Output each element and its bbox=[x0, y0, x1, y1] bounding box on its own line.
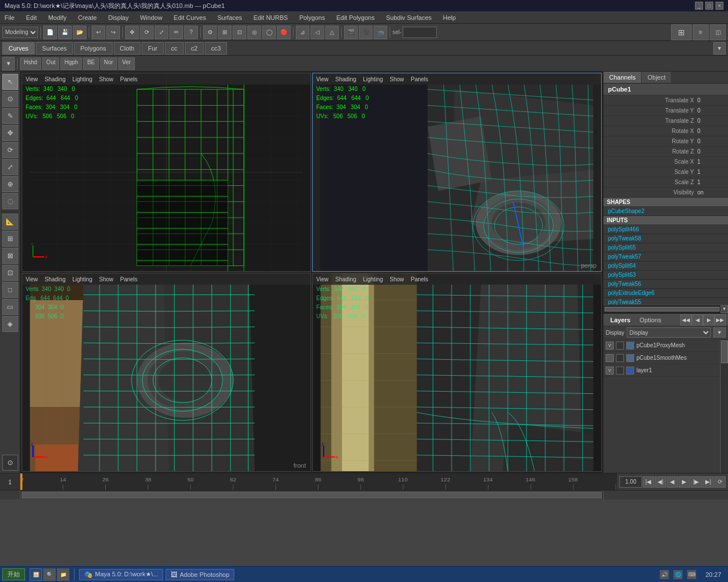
h-scrollbar-thumb[interactable] bbox=[22, 492, 602, 498]
layer-check1-2[interactable] bbox=[616, 354, 624, 362]
tab-cloth[interactable]: Cloth bbox=[114, 42, 141, 55]
channels-scrollbar[interactable]: ▼ bbox=[721, 305, 728, 313]
layer-row-pcube1proxy[interactable]: V pCube1ProxyMesh bbox=[603, 339, 720, 352]
sec-out[interactable]: Out bbox=[42, 57, 59, 70]
vp-tr-lighting[interactable]: Lighting bbox=[363, 76, 383, 82]
universal-tool[interactable]: ⊕ bbox=[2, 176, 18, 192]
tl-go-start[interactable]: |◀ bbox=[643, 476, 654, 488]
tool-btn-9[interactable]: ✏ bbox=[169, 26, 183, 39]
tool-btn-1[interactable]: 📄 bbox=[43, 26, 57, 39]
tool-btn-18[interactable]: ◁ bbox=[311, 26, 324, 39]
input-polytw57[interactable]: polyTweak57 bbox=[603, 252, 728, 261]
menu-edit-curves[interactable]: Edit Curves bbox=[171, 13, 208, 22]
layer-check1-1[interactable] bbox=[616, 342, 624, 350]
sec-dropdown[interactable]: ▼ bbox=[2, 57, 15, 70]
maximize-btn[interactable]: □ bbox=[705, 2, 713, 10]
tool-btn-5[interactable]: ↪ bbox=[106, 26, 120, 39]
layer-row-layer1[interactable]: V layer1 bbox=[603, 364, 720, 377]
sec-hgph[interactable]: Hgph bbox=[60, 57, 82, 70]
input-polytw55[interactable]: polyTweak55 bbox=[603, 298, 728, 305]
menu-window[interactable]: Window bbox=[138, 13, 164, 22]
vp-bl-lighting[interactable]: Lighting bbox=[72, 276, 92, 282]
sec-ver[interactable]: Ver bbox=[118, 57, 135, 70]
viewport-bot-right[interactable]: View Shading Lighting Show Panels Verts:… bbox=[312, 273, 602, 472]
tool-btn-3[interactable]: 📂 bbox=[73, 26, 86, 39]
tab-object[interactable]: Object bbox=[642, 72, 672, 83]
tl-step-back[interactable]: ◀| bbox=[655, 476, 666, 488]
soft-mod-tool[interactable]: ◌ bbox=[2, 193, 18, 209]
menu-help[interactable]: Help bbox=[441, 13, 458, 22]
taskbar-photoshop-app[interactable]: 🖼 Adobe Photoshop bbox=[166, 569, 234, 580]
input-polytw58[interactable]: polyTweak58 bbox=[603, 234, 728, 243]
tool-btn-20[interactable]: 🎬 bbox=[344, 26, 358, 39]
rotate-tool[interactable]: ⟳ bbox=[2, 142, 18, 158]
tab-surfaces[interactable]: Surfaces bbox=[36, 42, 73, 55]
vp-br-shading[interactable]: Shading bbox=[336, 276, 357, 282]
show-manip-tool[interactable]: 📐 bbox=[2, 214, 18, 230]
window-controls[interactable]: _ □ × bbox=[695, 2, 723, 10]
sel-input[interactable] bbox=[403, 27, 437, 38]
layers-nav-right[interactable]: ▶▶ bbox=[714, 314, 726, 326]
tab-curves[interactable]: Curves bbox=[2, 42, 35, 55]
tool-btn-2[interactable]: 💾 bbox=[58, 26, 72, 39]
layer-row-pcube1smooth[interactable]: pCube1SmoothMes bbox=[603, 352, 720, 364]
input-polyextedge6[interactable]: polyExtrudeEdge6 bbox=[603, 289, 728, 298]
menu-edit-nurbs[interactable]: Edit NURBS bbox=[251, 13, 291, 22]
vp-tl-lighting[interactable]: Lighting bbox=[72, 76, 92, 82]
close-btn[interactable]: × bbox=[715, 2, 723, 10]
tabbar-expand-btn[interactable]: ▼ bbox=[713, 42, 726, 55]
vp-br-lighting[interactable]: Lighting bbox=[363, 276, 383, 282]
tool-bottom[interactable]: ⊙ bbox=[2, 455, 18, 471]
tool-btn-4[interactable]: ↩ bbox=[92, 26, 105, 39]
tool-icon-right1[interactable]: ⊞ bbox=[671, 24, 692, 40]
layer-vis-2[interactable] bbox=[606, 354, 614, 362]
tab-c2[interactable]: c2 bbox=[185, 42, 204, 55]
tab-fur[interactable]: Fur bbox=[142, 42, 164, 55]
vp-bl-show[interactable]: Show bbox=[99, 276, 113, 282]
tl-step-fwd[interactable]: |▶ bbox=[690, 476, 702, 488]
taskbar-icon-3[interactable]: 📁 bbox=[57, 568, 69, 581]
timeline-bar[interactable]: 2 14 26 38 50 62 74 86 98 110 122 134 14… bbox=[20, 473, 617, 490]
tool-btn-13[interactable]: ⊡ bbox=[233, 26, 246, 39]
display-select[interactable]: Display bbox=[627, 327, 711, 338]
tool-icon-right2[interactable]: ≡ bbox=[693, 24, 709, 40]
layer-check1-3[interactable] bbox=[616, 367, 624, 375]
tool-btn-22[interactable]: 📹 bbox=[374, 26, 387, 39]
tl-play-back[interactable]: ◀ bbox=[667, 476, 678, 488]
layer-vis-1[interactable]: V bbox=[606, 342, 614, 350]
menu-create[interactable]: Create bbox=[76, 13, 99, 22]
vp-br-show[interactable]: Show bbox=[390, 276, 404, 282]
vp-tr-shading[interactable]: Shading bbox=[336, 76, 357, 82]
menu-modify[interactable]: Modify bbox=[46, 13, 69, 22]
layers-display-btn[interactable]: ▼ bbox=[713, 327, 726, 338]
tl-loop[interactable]: ⟳ bbox=[714, 476, 726, 488]
viewport-top-right[interactable]: View Shading Lighting Show Panels Verts:… bbox=[312, 73, 602, 272]
tool-btn-6[interactable]: ✥ bbox=[125, 26, 139, 39]
vp-br-view[interactable]: View bbox=[316, 276, 329, 282]
select-tool[interactable]: ↖ bbox=[2, 74, 18, 90]
tab-cc[interactable]: cc bbox=[165, 42, 184, 55]
move-tool[interactable]: ✥ bbox=[2, 125, 18, 141]
viewport-top-left[interactable]: View Shading Lighting Show Panels Verts:… bbox=[22, 73, 311, 272]
paint-tool[interactable]: ✎ bbox=[2, 108, 18, 124]
tool-btn-15[interactable]: ◯ bbox=[262, 26, 276, 39]
tool-c[interactable]: ⊡ bbox=[2, 265, 18, 281]
viewport-bot-left[interactable]: View Shading Lighting Show Panels Verts … bbox=[22, 273, 311, 472]
vp-tr-panels[interactable]: Panels bbox=[411, 76, 428, 82]
tool-btn-16[interactable]: 🔴 bbox=[277, 26, 291, 39]
vp-br-panels[interactable]: Panels bbox=[411, 276, 428, 282]
menu-edit-polygons[interactable]: Edit Polygons bbox=[334, 13, 377, 22]
layers-nav-next[interactable]: ▶ bbox=[703, 314, 714, 326]
tool-f[interactable]: ◈ bbox=[2, 316, 18, 332]
vp-tr-view[interactable]: View bbox=[316, 76, 329, 82]
h-scrollbar[interactable] bbox=[0, 490, 728, 499]
vp-tl-panels[interactable]: Panels bbox=[120, 76, 138, 82]
menu-polygons[interactable]: Polygons bbox=[297, 13, 327, 22]
vp-tl-shading[interactable]: Shading bbox=[45, 76, 66, 82]
input-polysp65[interactable]: polySplit65 bbox=[603, 243, 728, 252]
tab-cc3[interactable]: cc3 bbox=[205, 42, 227, 55]
input-polysp64[interactable]: polySplit64 bbox=[603, 261, 728, 271]
vp-tl-view[interactable]: View bbox=[26, 76, 38, 82]
sec-be[interactable]: BE bbox=[83, 57, 98, 70]
menu-surfaces[interactable]: Surfaces bbox=[215, 13, 244, 22]
